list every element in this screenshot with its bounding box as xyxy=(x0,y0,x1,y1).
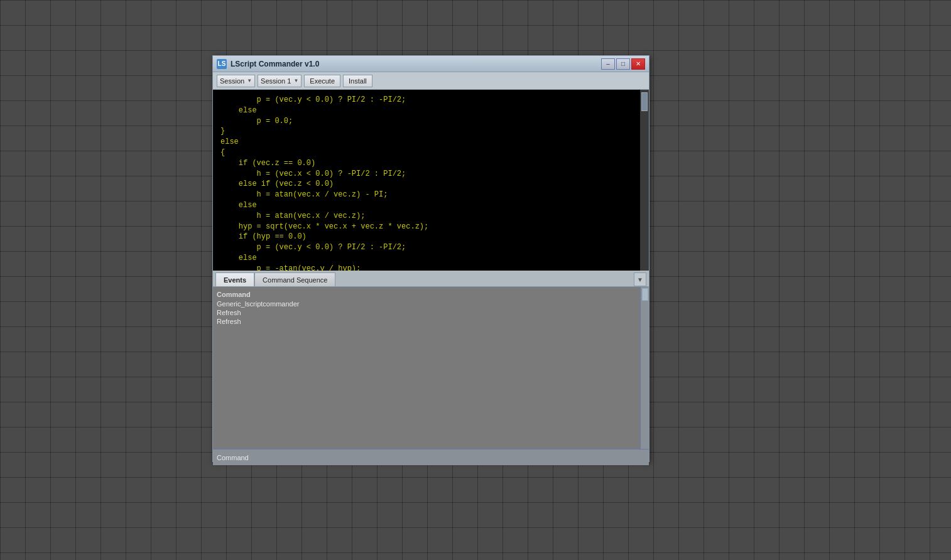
title-bar-left: LS LScript Commander v1.0 xyxy=(217,59,319,69)
events-area: Command Generic_lscriptcommanderRefreshR… xyxy=(213,287,649,449)
window-controls: – □ ✕ xyxy=(601,58,645,70)
tabs-wrapper: Events Command Sequence xyxy=(215,272,634,286)
code-scrollbar-vertical[interactable] xyxy=(640,90,649,271)
events-header: Command xyxy=(217,289,645,299)
command-bar: Command xyxy=(213,449,649,465)
execute-button[interactable]: Execute xyxy=(304,75,340,87)
toolbar: Session ▼ Session 1 ▼ Execute Install xyxy=(213,72,649,90)
install-button[interactable]: Install xyxy=(343,75,372,87)
session-label: Session xyxy=(220,77,244,85)
code-editor[interactable]: p = (vec.y < 0.0) ? PI/2 : -PI/2; else p… xyxy=(213,90,649,271)
minimize-button[interactable]: – xyxy=(601,58,615,70)
code-content: p = (vec.y < 0.0) ? PI/2 : -PI/2; else p… xyxy=(220,95,641,271)
events-list: Command Generic_lscriptcommanderRefreshR… xyxy=(213,287,649,449)
main-window: LS LScript Commander v1.0 – □ ✕ Session … xyxy=(212,55,649,462)
list-item[interactable]: Refresh xyxy=(217,317,645,326)
session1-label: Session 1 xyxy=(261,77,291,85)
app-icon-text: LS xyxy=(218,60,226,67)
app-icon: LS xyxy=(217,59,227,69)
list-item[interactable]: Generic_lscriptcommander xyxy=(217,299,645,308)
code-wrapper: p = (vec.y < 0.0) ? PI/2 : -PI/2; else p… xyxy=(213,90,649,271)
events-items-container: Generic_lscriptcommanderRefreshRefresh xyxy=(217,299,645,326)
close-button[interactable]: ✕ xyxy=(631,58,645,70)
events-scrollbar-thumb xyxy=(642,288,648,301)
tabs-bar: Events Command Sequence ▼ xyxy=(213,271,649,287)
tab-command-sequence-label: Command Sequence xyxy=(263,276,327,284)
title-bar: LS LScript Commander v1.0 – □ ✕ xyxy=(213,56,649,72)
tab-scroll-arrow[interactable]: ▼ xyxy=(634,272,646,286)
events-scrollbar-vertical[interactable] xyxy=(640,287,649,449)
list-item[interactable]: Refresh xyxy=(217,308,645,317)
code-scrollbar-thumb xyxy=(641,92,648,111)
tab-events-label: Events xyxy=(224,276,246,284)
command-bar-label: Command xyxy=(217,454,249,461)
session-dropdown-arrow: ▼ xyxy=(247,78,252,83)
maximize-button[interactable]: □ xyxy=(616,58,630,70)
window-title: LScript Commander v1.0 xyxy=(231,60,319,68)
session1-dropdown[interactable]: Session 1 ▼ xyxy=(258,75,302,87)
session-dropdown[interactable]: Session ▼ xyxy=(217,75,255,87)
tab-events[interactable]: Events xyxy=(215,272,254,286)
tab-command-sequence[interactable]: Command Sequence xyxy=(254,272,335,286)
session1-dropdown-arrow: ▼ xyxy=(293,78,298,83)
